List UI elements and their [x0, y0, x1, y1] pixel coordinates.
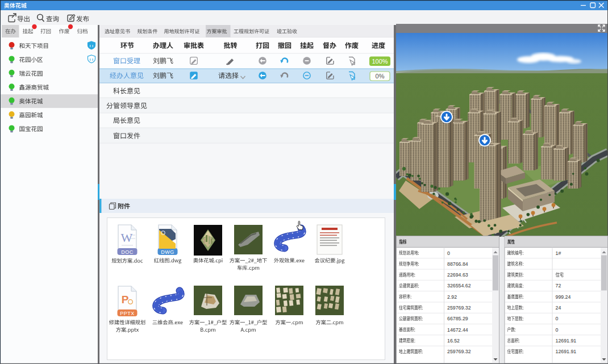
svg-text:12691.91: 12691.91 [556, 338, 577, 344]
svg-text:DOC: DOC [121, 249, 134, 255]
svg-text:0%: 0% [376, 73, 385, 80]
svg-text:100%: 100% [372, 58, 388, 65]
svg-text:88766.84: 88766.84 [447, 261, 468, 267]
svg-text:259769.32: 259769.32 [447, 305, 471, 311]
svg-text:P: P [122, 294, 129, 306]
svg-text:22694.63: 22694.63 [447, 272, 468, 278]
svg-text:0: 0 [447, 250, 450, 256]
svg-text:2.92: 2.92 [447, 294, 457, 300]
svg-text:66785.29: 66785.29 [447, 316, 468, 321]
svg-text:326554.62: 326554.62 [447, 283, 471, 288]
svg-text:999.24: 999.24 [556, 294, 571, 300]
svg-text:72: 72 [556, 283, 561, 288]
svg-text:PPTX: PPTX [120, 311, 135, 316]
svg-text:0: 0 [556, 316, 559, 321]
svg-text:24: 24 [556, 305, 561, 311]
svg-text:14672.44: 14672.44 [447, 327, 468, 333]
svg-text:W: W [121, 231, 133, 245]
svg-text:0: 0 [556, 327, 559, 333]
svg-text:1#: 1# [556, 250, 561, 256]
svg-text:16.52: 16.52 [447, 338, 460, 344]
svg-text:259769.32: 259769.32 [447, 349, 471, 354]
svg-text:12691.91: 12691.91 [556, 349, 577, 354]
svg-text:DWG: DWG [161, 249, 174, 255]
